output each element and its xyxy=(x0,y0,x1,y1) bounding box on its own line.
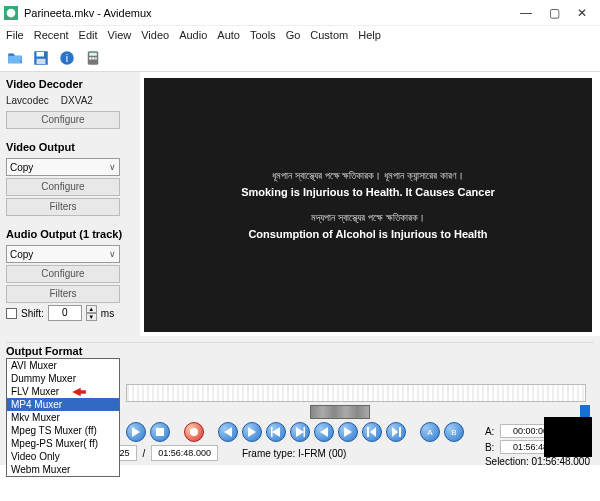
info-icon[interactable]: i xyxy=(56,47,78,69)
prev-black-frame-button[interactable] xyxy=(314,422,334,442)
dropdown-item[interactable]: FLV Muxer xyxy=(7,385,119,398)
menu-view[interactable]: View xyxy=(108,29,132,41)
dropdown-item[interactable]: AVI Muxer xyxy=(7,359,119,372)
svg-marker-16 xyxy=(248,427,256,437)
audio-output-configure-button[interactable]: Configure xyxy=(6,265,120,283)
svg-rect-9 xyxy=(89,57,91,59)
svg-rect-8 xyxy=(89,52,97,55)
menu-tools[interactable]: Tools xyxy=(250,29,276,41)
svg-point-14 xyxy=(190,428,198,436)
shift-unit: ms xyxy=(101,308,114,319)
save-icon[interactable] xyxy=(30,47,52,69)
navigation-ruler[interactable] xyxy=(126,405,586,419)
video-output-value: Copy xyxy=(10,162,33,173)
svg-rect-25 xyxy=(399,427,401,437)
preview-line-2a: মদ্যপান স্বাস্থ্যের পক্ষে ক্ষতিকারক। xyxy=(311,212,424,224)
toolbar: i xyxy=(0,44,600,72)
menu-edit[interactable]: Edit xyxy=(79,29,98,41)
svg-text:B: B xyxy=(451,428,456,437)
dropdown-item[interactable]: Webm Muxer xyxy=(7,463,119,476)
svg-marker-17 xyxy=(272,427,280,437)
preview-line-2b: Consumption of Alcohol is Injurious to H… xyxy=(248,228,487,240)
menu-help[interactable]: Help xyxy=(358,29,381,41)
set-marker-a-button[interactable]: A xyxy=(420,422,440,442)
set-marker-b-button[interactable]: B xyxy=(444,422,464,442)
svg-rect-13 xyxy=(156,428,164,436)
video-output-configure-button[interactable]: Configure xyxy=(6,178,120,196)
decoder-dxva2: DXVA2 xyxy=(61,95,93,106)
chevron-down-icon: ∨ xyxy=(109,162,116,172)
dropdown-item[interactable]: Mkv Muxer xyxy=(7,411,119,424)
goto-end-button[interactable] xyxy=(386,422,406,442)
svg-marker-15 xyxy=(224,427,232,437)
frame-type: Frame type: I-FRM (00) xyxy=(242,448,346,459)
svg-rect-3 xyxy=(37,52,45,57)
preview-line-1b: Smoking is Injurious to Health. It Cause… xyxy=(241,186,495,198)
svg-marker-12 xyxy=(132,427,140,437)
shift-spinner[interactable]: ▲▼ xyxy=(86,305,97,321)
dropdown-item[interactable]: Dummy Muxer xyxy=(7,372,119,385)
svg-marker-26 xyxy=(392,427,398,437)
maximize-button[interactable]: ▢ xyxy=(548,7,560,19)
svg-point-1 xyxy=(7,8,16,17)
open-icon[interactable] xyxy=(4,47,26,69)
menu-video[interactable]: Video xyxy=(141,29,169,41)
stop-button[interactable] xyxy=(150,422,170,442)
shift-checkbox[interactable] xyxy=(6,308,17,319)
svg-rect-20 xyxy=(304,427,306,437)
audio-output-filters-button[interactable]: Filters xyxy=(6,285,120,303)
video-output-heading: Video Output xyxy=(6,141,134,153)
prev-frame-button[interactable] xyxy=(266,422,286,442)
video-preview: ধূমপান স্বাস্থ্যের পক্ষে ক্ষতিকারক। ধূমপ… xyxy=(144,78,592,332)
marker-a-label: A: xyxy=(485,426,494,437)
dropdown-item[interactable]: Video Only xyxy=(7,450,119,463)
timeline-scrubber[interactable] xyxy=(126,384,586,402)
svg-rect-10 xyxy=(92,57,94,59)
next-frame-button[interactable] xyxy=(290,422,310,442)
chevron-down-icon: ∨ xyxy=(109,249,116,259)
pointer-arrow-icon xyxy=(72,386,86,400)
video-output-filters-button[interactable]: Filters xyxy=(6,198,120,216)
sidebar: Video Decoder Lavcodec DXVA2 Configure V… xyxy=(0,72,140,336)
play-button[interactable] xyxy=(126,422,146,442)
preview-thumbnail xyxy=(544,417,592,457)
next-black-frame-button[interactable] xyxy=(338,422,358,442)
menu-recent[interactable]: Recent xyxy=(34,29,69,41)
dropdown-item[interactable]: Mpeg TS Muxer (ff) xyxy=(7,424,119,437)
titlebar: Parineeta.mkv - Avidemux — ▢ ✕ xyxy=(0,0,600,26)
menu-audio[interactable]: Audio xyxy=(179,29,207,41)
next-keyframe-button[interactable] xyxy=(242,422,262,442)
audio-output-heading: Audio Output (1 track) xyxy=(6,228,134,240)
svg-marker-21 xyxy=(320,427,328,437)
minimize-button[interactable]: — xyxy=(520,7,532,19)
video-decoder-heading: Video Decoder xyxy=(6,78,134,90)
time-sep: / xyxy=(143,448,146,459)
output-format-dropdown[interactable]: AVI MuxerDummy MuxerFLV MuxerMP4 MuxerMk… xyxy=(6,358,120,477)
svg-text:A: A xyxy=(427,428,433,437)
prev-keyframe-button[interactable] xyxy=(218,422,238,442)
shift-value-input[interactable]: 0 xyxy=(48,305,82,321)
dropdown-item[interactable]: MP4 Muxer xyxy=(7,398,119,411)
menu-custom[interactable]: Custom xyxy=(310,29,348,41)
close-button[interactable]: ✕ xyxy=(576,7,588,19)
decoder-lavcodec: Lavcodec xyxy=(6,95,49,106)
dropdown-item[interactable]: Mpeg-PS Muxer( ff) xyxy=(7,437,119,450)
svg-marker-24 xyxy=(370,427,376,437)
record-button[interactable] xyxy=(184,422,204,442)
time-total: 01:56:48.000 xyxy=(151,445,218,461)
goto-start-button[interactable] xyxy=(362,422,382,442)
svg-marker-22 xyxy=(344,427,352,437)
svg-text:i: i xyxy=(66,51,68,63)
menu-auto[interactable]: Auto xyxy=(217,29,240,41)
app-icon xyxy=(4,6,18,20)
menu-go[interactable]: Go xyxy=(286,29,301,41)
shift-label: Shift: xyxy=(21,308,44,319)
svg-rect-18 xyxy=(271,427,273,437)
decoder-configure-button[interactable]: Configure xyxy=(6,111,120,129)
calculator-icon[interactable] xyxy=(82,47,104,69)
menu-file[interactable]: File xyxy=(6,29,24,41)
svg-rect-23 xyxy=(367,427,369,437)
audio-output-select[interactable]: Copy∨ xyxy=(6,245,120,263)
video-output-select[interactable]: Copy∨ xyxy=(6,158,120,176)
ruler-band xyxy=(310,405,370,419)
